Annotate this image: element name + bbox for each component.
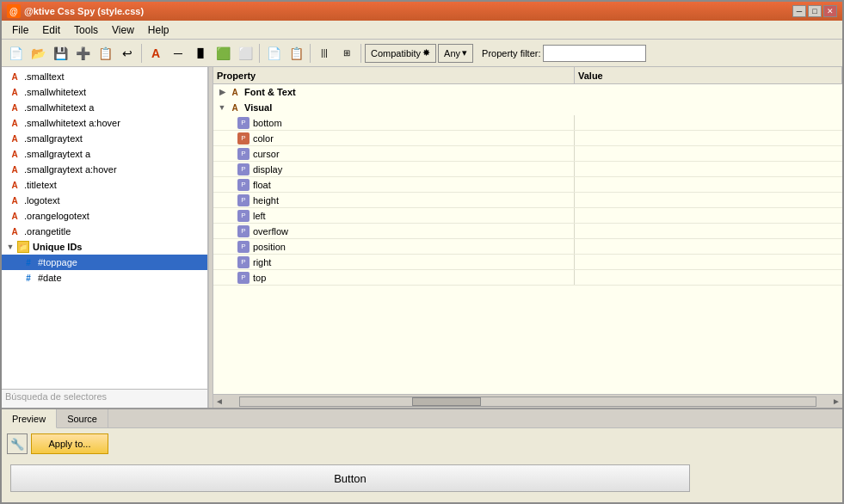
property-panel: Property Value ▶ A Font & Text ▼ A xyxy=(213,67,842,408)
selector-smallgraytext[interactable]: A .smallgraytext xyxy=(2,131,207,146)
selector-titletext[interactable]: A .titletext xyxy=(2,177,207,193)
header-property: Property xyxy=(213,67,575,84)
selector-orangelogotext[interactable]: A .orangelogotext xyxy=(2,208,207,224)
selector-toppage[interactable]: # #toppage xyxy=(2,255,207,270)
prop-value-display[interactable] xyxy=(575,162,842,176)
horizontal-scrollbar[interactable]: ◄ ► xyxy=(213,394,842,408)
group-visual[interactable]: ▼ A Visual xyxy=(213,100,842,115)
selector-search[interactable]: Búsqueda de selectores xyxy=(2,389,207,408)
separator-2 xyxy=(259,44,260,63)
prop-cursor[interactable]: P cursor xyxy=(213,146,842,162)
text-btn[interactable]: A xyxy=(145,43,166,64)
tab-source[interactable]: Source xyxy=(57,409,108,427)
tab-preview[interactable]: Preview xyxy=(2,409,57,428)
window-title: @ktive Css Spy (style.css) xyxy=(24,6,792,16)
line-btn[interactable]: ─ xyxy=(168,43,188,64)
green-btn[interactable]: 🟩 xyxy=(213,43,233,64)
paste-btn[interactable]: 📋 xyxy=(286,43,306,64)
selector-smallwhitetext-a[interactable]: A .smallwhitetext a xyxy=(2,100,207,115)
css-class-icon: A xyxy=(9,86,21,98)
prop-float[interactable]: P float xyxy=(213,177,842,193)
prop-height[interactable]: P height xyxy=(213,193,842,208)
prop-display[interactable]: P display xyxy=(213,162,842,177)
apply-to-button[interactable]: Apply to... xyxy=(31,433,108,454)
bottom-content: 🔧 Apply to... Button xyxy=(2,428,842,502)
selector-smallwhitetext[interactable]: A .smallwhitetext xyxy=(2,84,207,100)
scroll-thumb[interactable] xyxy=(412,397,481,406)
selector-smallwhitetext-ahover[interactable]: A .smallwhitetext a:hover xyxy=(2,115,207,131)
css-class-icon: A xyxy=(9,101,21,114)
copy2-btn[interactable]: 📄 xyxy=(263,43,284,64)
prop-item-icon: P xyxy=(237,148,250,160)
selector-date[interactable]: # #date xyxy=(2,270,207,286)
folder-icon: 📁 xyxy=(17,241,29,253)
prop-item-icon: P xyxy=(237,272,250,284)
app-icon: @ xyxy=(7,4,21,18)
prop-top[interactable]: P top xyxy=(213,270,842,286)
save-button[interactable]: 💾 xyxy=(50,43,71,64)
prop-value-left[interactable] xyxy=(575,208,842,223)
copy-button[interactable]: 📋 xyxy=(95,43,115,64)
open-button[interactable]: 📂 xyxy=(28,43,48,64)
close-button[interactable]: ✕ xyxy=(823,5,837,17)
compatibility-button[interactable]: Compatibity ✸ xyxy=(365,44,436,63)
scroll-left-arrow[interactable]: ◄ xyxy=(213,396,225,406)
filter-input[interactable] xyxy=(543,45,646,62)
css-id-icon: # xyxy=(22,272,34,284)
scroll-right-arrow[interactable]: ► xyxy=(830,396,842,406)
preview-button[interactable]: Button xyxy=(10,464,690,492)
prop-value-right[interactable] xyxy=(575,255,842,269)
new-button[interactable]: 📄 xyxy=(5,43,26,64)
square-btn[interactable]: ⬜ xyxy=(235,43,256,64)
menu-help[interactable]: Help xyxy=(141,22,176,38)
prop-value-position[interactable] xyxy=(575,239,842,254)
selector-orangetitle[interactable]: A .orangetitle xyxy=(2,224,207,239)
prop-value-color[interactable] xyxy=(575,131,842,145)
prop-left[interactable]: P left xyxy=(213,208,842,224)
prop-value-height[interactable] xyxy=(575,193,842,207)
table-btn[interactable]: ⊞ xyxy=(336,43,357,64)
back-button[interactable]: ↩ xyxy=(117,43,138,64)
menu-file[interactable]: File xyxy=(5,22,35,38)
prop-item-icon: P xyxy=(237,210,250,222)
prop-value-overflow[interactable] xyxy=(575,224,842,238)
selector-smallgraytext-a[interactable]: A .smallgraytext a xyxy=(2,146,207,162)
selector-smallgraytext-ahover[interactable]: A .smallgraytext a:hover xyxy=(2,162,207,177)
prop-bottom[interactable]: P bottom xyxy=(213,115,842,131)
apply-icon-button[interactable]: 🔧 xyxy=(7,433,28,454)
title-bar: @ @ktive Css Spy (style.css) ─ □ ✕ xyxy=(2,2,842,21)
font-group-icon: A xyxy=(229,86,241,98)
prop-value-top[interactable] xyxy=(575,270,842,285)
add-button[interactable]: ➕ xyxy=(72,43,93,64)
any-dropdown[interactable]: Any ▾ xyxy=(438,44,473,63)
maximize-button[interactable]: □ xyxy=(808,5,822,17)
prop-color[interactable]: P color xyxy=(213,131,842,146)
selector-smalltext[interactable]: A .smalltext xyxy=(2,69,207,84)
prop-position[interactable]: P position xyxy=(213,239,842,255)
title-bar-buttons: ─ □ ✕ xyxy=(792,5,837,17)
prop-item-icon: P xyxy=(237,241,250,253)
menu-tools[interactable]: Tools xyxy=(67,22,105,38)
menu-view[interactable]: View xyxy=(105,22,141,38)
selector-logotext[interactable]: A .logotext xyxy=(2,193,207,208)
measure-btn[interactable]: ▐▌ xyxy=(190,43,211,64)
property-table[interactable]: Property Value ▶ A Font & Text ▼ A xyxy=(213,67,842,394)
bottom-tabs: Preview Source xyxy=(2,409,842,428)
prop-value-float[interactable] xyxy=(575,177,842,192)
prop-right[interactable]: P right xyxy=(213,255,842,270)
selector-list[interactable]: A .smalltext A .smallwhitetext A .smallw… xyxy=(2,67,207,389)
prop-item-icon: P xyxy=(237,163,250,175)
header-value: Value xyxy=(575,67,842,84)
separator-3 xyxy=(310,44,311,63)
prop-overflow[interactable]: P overflow xyxy=(213,224,842,239)
prop-value-bottom[interactable] xyxy=(575,115,842,130)
separator-4 xyxy=(360,44,361,63)
group-font-text[interactable]: ▶ A Font & Text xyxy=(213,84,842,100)
collapse-icon: ▼ xyxy=(5,242,15,252)
col-btn[interactable]: ||| xyxy=(314,43,335,64)
group-unique-ids[interactable]: ▼ 📁 Unique IDs xyxy=(2,239,207,255)
menu-edit[interactable]: Edit xyxy=(35,22,67,38)
css-id-icon: # xyxy=(22,256,34,268)
minimize-button[interactable]: ─ xyxy=(792,5,806,17)
prop-value-cursor[interactable] xyxy=(575,146,842,161)
